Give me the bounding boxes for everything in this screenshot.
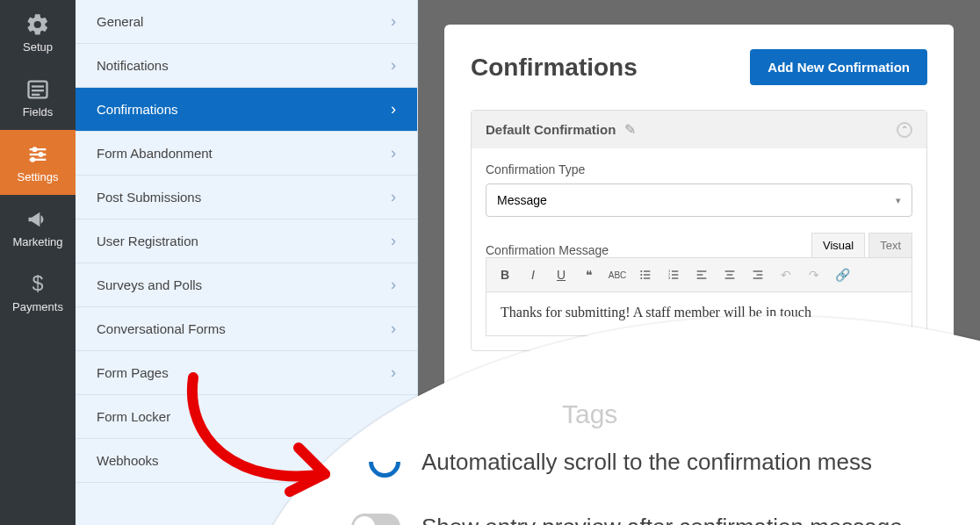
svg-point-7 [39,152,44,157]
svg-point-9 [30,156,35,162]
iconbar-marketing[interactable]: Marketing [0,195,76,260]
align-right-button[interactable] [746,263,769,286]
message-label: Confirmation Message [486,243,609,257]
svg-point-5 [32,147,38,152]
sidebar-item-form-abandonment[interactable]: Form Abandonment› [76,132,417,176]
svg-point-13 [640,274,642,276]
sidebar-item-form-pages[interactable]: Form Pages› [76,351,417,395]
card-header[interactable]: Default Confirmation ✎ ⌃ [472,111,926,148]
link-button[interactable]: 🔗 [831,263,854,286]
type-label: Confirmation Type [486,162,912,176]
chevron-right-icon: › [391,276,396,294]
svg-point-11 [640,270,642,272]
collapse-icon[interactable]: ⌃ [897,122,912,138]
quote-button[interactable]: ❝ [578,263,601,286]
gear-icon [25,12,50,37]
underline-button[interactable]: U [550,263,573,286]
sidebar-item-conversational-forms[interactable]: Conversational Forms› [76,307,417,351]
svg-rect-29 [753,270,763,271]
scroll-option-label: Automatically scroll to the confirmation… [422,449,872,476]
svg-rect-27 [727,274,733,275]
iconbar-label: Marketing [12,235,62,248]
panel-title: Confirmations [471,54,638,82]
iconbar-payments[interactable]: $ Payments [0,260,76,325]
svg-rect-30 [757,274,763,275]
chevron-down-icon: ▾ [896,195,901,206]
align-left-button[interactable] [690,263,713,286]
bullet-list-button[interactable] [634,263,657,286]
svg-rect-25 [697,277,707,278]
chevron-right-icon: › [391,188,396,206]
add-confirmation-button[interactable]: Add New Confirmation [750,49,927,85]
chevron-right-icon: › [391,232,396,250]
svg-text:3: 3 [668,276,671,280]
strike-button[interactable]: ABC [606,263,629,286]
preview-option-row: Show entry preview after confirmation me… [351,507,980,525]
iconbar-label: Payments [12,300,63,313]
sidebar-item-notifications[interactable]: Notifications› [76,44,417,88]
sidebar-item-general[interactable]: General› [76,0,417,44]
chevron-right-icon: › [391,100,396,119]
text-tab[interactable]: Text [868,233,912,257]
svg-point-15 [640,277,642,279]
ghost-text: Tags [351,395,980,434]
iconbar: Setup Fields Settings Marketing $ Paymen… [0,0,76,525]
svg-rect-19 [672,277,678,278]
sidebar-item-post-submissions[interactable]: Post Submissions› [76,176,417,219]
entry-preview-toggle[interactable] [351,514,400,525]
svg-rect-14 [644,274,650,275]
svg-rect-28 [725,277,735,278]
svg-rect-16 [644,277,650,278]
iconbar-label: Settings [18,170,59,183]
iconbar-label: Fields [23,105,54,119]
chevron-right-icon: › [391,363,396,382]
pencil-icon[interactable]: ✎ [624,121,636,138]
preview-option-label: Show entry preview after confirmation me… [422,514,903,526]
chevron-right-icon: › [391,320,396,338]
toggle-on-fragment-icon [363,440,407,485]
svg-rect-17 [672,270,678,271]
iconbar-label: Setup [23,40,53,54]
number-list-button[interactable]: 123 [662,263,685,286]
chevron-right-icon: › [391,144,396,162]
svg-rect-31 [753,277,763,278]
confirmation-card: Default Confirmation ✎ ⌃ Confirmation Ty… [471,110,927,351]
italic-button[interactable]: I [522,263,544,286]
bold-button[interactable]: B [494,263,516,286]
sliders-icon [25,142,50,167]
type-select[interactable]: Message ▾ [486,183,912,217]
visual-tab[interactable]: Visual [811,233,865,257]
iconbar-setup[interactable]: Setup [0,0,76,65]
dollar-icon: $ [25,272,50,297]
card-title: Default Confirmation [486,122,616,137]
sidebar-item-user-registration[interactable]: User Registration› [76,219,417,263]
sidebar-item-surveys-polls[interactable]: Surveys and Polls› [76,263,417,307]
align-center-button[interactable] [718,263,741,286]
chevron-right-icon: › [391,12,396,31]
redo-button[interactable]: ↷ [803,263,825,286]
iconbar-fields[interactable]: Fields [0,65,76,130]
svg-text:$: $ [32,272,44,295]
editor-tabs: Visual Text [811,233,912,257]
scroll-option-row: Automatically scroll to the confirmation… [351,442,980,481]
bullhorn-icon [25,207,50,232]
editor-toolbar: B I U ❝ ABC 123 ↶ ↷ 🔗 [486,257,912,292]
iconbar-settings[interactable]: Settings [0,130,76,195]
undo-button[interactable]: ↶ [775,263,797,286]
svg-rect-24 [697,274,703,275]
sidebar-item-confirmations[interactable]: Confirmations› [76,88,417,132]
svg-rect-26 [725,270,735,271]
svg-rect-18 [672,274,678,275]
list-icon [25,77,50,102]
svg-rect-12 [644,270,650,271]
chevron-right-icon: › [391,56,396,75]
svg-rect-23 [697,270,707,271]
